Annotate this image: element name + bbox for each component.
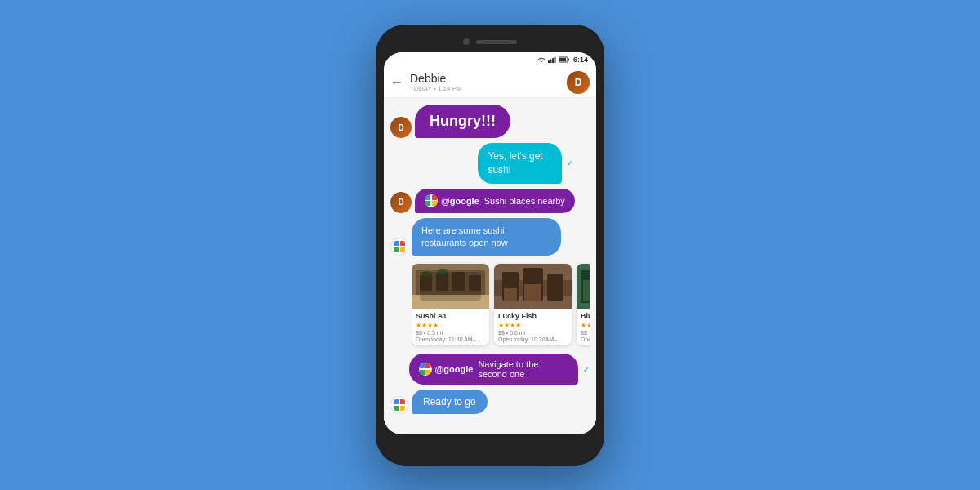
svg-rect-2 [552,58,554,63]
battery-icon [559,56,570,63]
google-tag-1: @google [441,196,479,206]
bubble-navigate: @google Navigate to the second one [409,354,578,385]
card-meta-1: $$ • 0.5 mi [416,330,485,336]
card-hours-1: Open today: 11:30 AM–... [416,336,485,342]
svg-rect-21 [504,288,517,301]
restaurant-image-1 [412,264,489,309]
back-button[interactable]: ← [390,75,403,90]
bubble-ready: Ready to go [412,390,488,414]
status-time: 6:14 [573,56,588,64]
message-row-6: @google Navigate to the second one ✓ [390,354,590,385]
front-camera [463,38,470,45]
sender-avatar-3: D [390,192,412,213]
message-row-2: Yes, let's get sushi ✓ [390,143,590,184]
svg-rect-10 [436,274,448,291]
assistant-avatar-2 [390,396,408,414]
svg-rect-15 [412,295,489,309]
svg-rect-8 [416,270,485,295]
bubble-hungry: Hungry!!! [415,105,510,138]
status-bar: 6:14 [384,52,596,67]
bubble-google-mention: @google Sushi places nearby [415,189,575,213]
svg-rect-12 [469,275,481,291]
card-hours-2: Open today: 10:30AM–... [498,336,568,342]
bubble-assistant-response: Here are some sushi restaurants open now [412,218,561,256]
assistant-icon-small [425,194,438,207]
svg-rect-27 [583,280,590,301]
card-stars-2: ★★★★☆ [498,322,568,329]
restaurant-image-2 [494,264,572,309]
google-mention-text: Sushi places nearby [484,196,565,206]
assistant-avatar [390,238,408,256]
restaurant-card-1[interactable]: Sushi A1 ★★★★☆ $$ • 0.5 mi Open today: 1… [412,264,489,345]
phone-screen: 6:14 ← Debbie TODAY • 1:14 PM D D Hungry… [384,52,596,434]
header-avatar: D [567,71,590,94]
card-name-3: Blue Fish S... [581,312,590,320]
svg-rect-11 [452,272,465,291]
message-row-4: Here are some sushi restaurants open now [390,218,590,256]
svg-point-13 [421,271,432,279]
bubble-sushi: Yes, let's get sushi [478,143,561,184]
svg-rect-3 [554,57,555,64]
restaurant-card-2[interactable]: Lucky Fish ★★★★☆ $$ • 0.6 mi Open today:… [494,264,572,345]
message-row-1: D Hungry!!! [390,105,590,138]
card-name-2: Lucky Fish [498,312,568,320]
contact-name: Debbie [410,72,560,85]
card-name-1: Sushi A1 [416,312,485,320]
card-stars-3: ★★★★★ [581,322,590,329]
google-tag-2: @google [435,364,474,374]
chat-header: ← Debbie TODAY • 1:14 PM D [384,67,596,98]
svg-rect-1 [550,60,551,64]
assistant-icon-nav [419,363,432,376]
card-meta-2: $$ • 0.6 mi [498,330,568,336]
svg-rect-6 [559,58,566,61]
wifi-icon [537,56,546,63]
check-mark-2: ✓ [583,365,590,374]
phone-outer: 6:14 ← Debbie TODAY • 1:14 PM D D Hungry… [376,24,604,466]
contact-avatar-img: D [567,71,590,94]
restaurant-image-3 [577,264,590,309]
check-mark-1: ✓ [567,158,573,167]
svg-rect-22 [524,284,541,301]
signal-icon [548,56,556,63]
svg-rect-20 [547,274,564,301]
svg-rect-0 [548,60,550,63]
phone-speaker [476,40,517,44]
svg-rect-5 [568,59,569,61]
card-meta-3: $$ [581,330,590,336]
svg-rect-9 [420,276,432,291]
chat-area[interactable]: D Hungry!!! Yes, let's get sushi ✓ D [384,98,596,434]
card-hours-3: Open today... [581,336,590,342]
message-row-7: Ready to go [390,390,590,414]
navigate-text: Navigate to the second one [478,359,568,379]
svg-point-14 [437,269,448,277]
chat-subtitle: TODAY • 1:14 PM [410,85,560,92]
message-row-3: D @google Sushi places nearby [390,189,590,213]
restaurant-cards-container[interactable]: Sushi A1 ★★★★☆ $$ • 0.5 mi Open today: 1… [412,261,590,349]
restaurant-card-3[interactable]: Blue Fish S... ★★★★★ $$ Open today... [577,264,590,345]
card-stars-1: ★★★★☆ [416,322,485,329]
sender-avatar-1: D [390,117,412,138]
